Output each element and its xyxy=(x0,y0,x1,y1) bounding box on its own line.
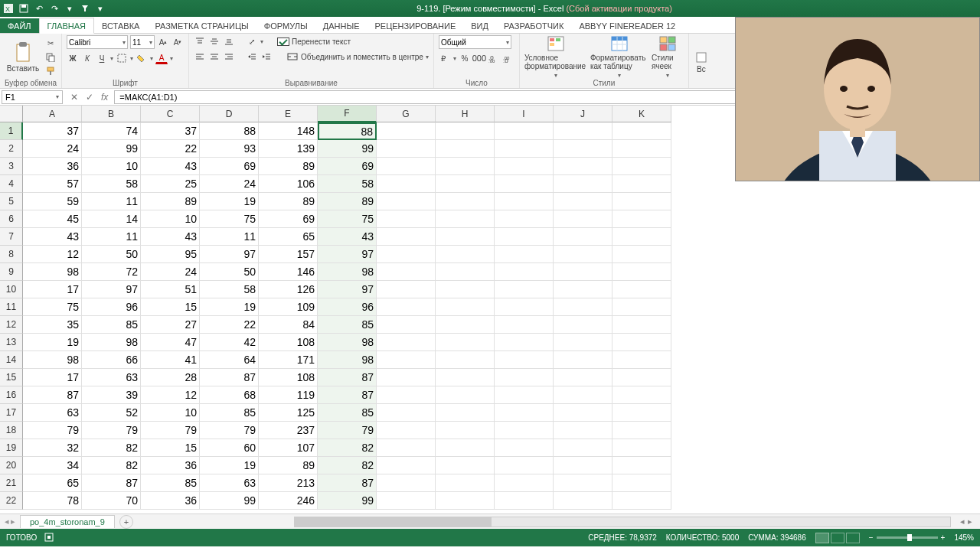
row-header[interactable]: 10 xyxy=(0,281,23,298)
cell[interactable] xyxy=(612,158,671,175)
name-box[interactable]: F1▾ xyxy=(2,90,63,104)
cell[interactable] xyxy=(612,210,671,228)
cell[interactable] xyxy=(554,210,612,228)
merge-icon[interactable] xyxy=(286,51,299,63)
column-header[interactable]: E xyxy=(259,106,318,122)
cell[interactable]: 109 xyxy=(259,298,318,316)
cell[interactable] xyxy=(495,474,554,492)
cell[interactable]: 87 xyxy=(318,386,377,404)
cell[interactable]: 10 xyxy=(82,158,141,175)
tab-page-layout[interactable]: РАЗМЕТКА СТРАНИЦЫ xyxy=(147,18,256,33)
cell[interactable] xyxy=(554,474,612,492)
cell[interactable]: 85 xyxy=(82,316,141,334)
cell[interactable] xyxy=(436,386,495,404)
cell[interactable] xyxy=(612,298,671,316)
cell[interactable] xyxy=(436,457,495,474)
cell[interactable]: 98 xyxy=(23,263,82,281)
cell[interactable]: 22 xyxy=(141,140,200,158)
cell[interactable]: 69 xyxy=(318,158,377,175)
tab-review[interactable]: РЕЦЕНЗИРОВАНИЕ xyxy=(367,18,463,33)
cell[interactable]: 58 xyxy=(318,175,377,193)
row-header[interactable]: 22 xyxy=(0,492,23,510)
cell[interactable]: 106 xyxy=(259,175,318,193)
cell[interactable] xyxy=(554,316,612,334)
row-header[interactable]: 9 xyxy=(0,263,23,281)
cell[interactable] xyxy=(495,246,554,263)
cell[interactable]: 89 xyxy=(259,193,318,210)
cell[interactable]: 95 xyxy=(141,246,200,263)
cell[interactable] xyxy=(554,158,612,175)
cell[interactable]: 98 xyxy=(318,351,377,369)
cell[interactable]: 157 xyxy=(259,246,318,263)
add-sheet-button[interactable]: + xyxy=(119,515,133,529)
cell[interactable]: 82 xyxy=(82,457,141,474)
cell[interactable] xyxy=(495,404,554,422)
cell[interactable]: 65 xyxy=(259,228,318,246)
cell[interactable] xyxy=(436,439,495,457)
cell[interactable]: 39 xyxy=(82,386,141,404)
cell[interactable]: 43 xyxy=(23,228,82,246)
sheet-nav-next-icon[interactable]: ▸ xyxy=(11,517,15,527)
cell[interactable]: 89 xyxy=(259,457,318,474)
cell[interactable]: 82 xyxy=(318,457,377,474)
cell[interactable]: 85 xyxy=(318,316,377,334)
tab-formulas[interactable]: ФОРМУЛЫ xyxy=(256,18,315,33)
cell[interactable] xyxy=(554,422,612,439)
cell[interactable]: 17 xyxy=(23,281,82,298)
row-header[interactable]: 11 xyxy=(0,298,23,316)
bold-button[interactable]: Ж xyxy=(67,52,79,64)
cell[interactable] xyxy=(377,281,436,298)
cell[interactable] xyxy=(554,175,612,193)
filter-icon[interactable] xyxy=(80,3,90,14)
cell[interactable]: 65 xyxy=(23,474,82,492)
cell[interactable] xyxy=(612,263,671,281)
inc-decimal-icon[interactable]: ,0,00 xyxy=(488,52,500,64)
cell[interactable] xyxy=(495,351,554,369)
cell[interactable]: 97 xyxy=(318,246,377,263)
cell[interactable] xyxy=(436,193,495,210)
cancel-formula-icon[interactable]: ✕ xyxy=(70,92,78,103)
cell[interactable]: 79 xyxy=(200,422,259,439)
cell[interactable] xyxy=(612,492,671,510)
align-middle-icon[interactable] xyxy=(208,35,220,47)
wrap-text-button[interactable]: Перенести текст xyxy=(292,37,351,46)
cell[interactable]: 11 xyxy=(82,228,141,246)
dec-indent-icon[interactable] xyxy=(246,51,258,63)
cell[interactable]: 126 xyxy=(259,281,318,298)
cell[interactable]: 66 xyxy=(82,351,141,369)
cell[interactable]: 12 xyxy=(141,386,200,404)
cell[interactable]: 52 xyxy=(82,404,141,422)
cell[interactable] xyxy=(377,298,436,316)
cell[interactable]: 108 xyxy=(259,369,318,386)
cell[interactable] xyxy=(495,422,554,439)
row-header[interactable]: 4 xyxy=(0,175,23,193)
cell[interactable]: 11 xyxy=(82,193,141,210)
scroll-left-icon[interactable]: ◂ xyxy=(960,517,965,527)
cell[interactable]: 93 xyxy=(200,140,259,158)
row-header[interactable]: 21 xyxy=(0,474,23,492)
column-header[interactable]: J xyxy=(554,106,612,122)
cell[interactable]: 58 xyxy=(200,281,259,298)
cell[interactable] xyxy=(377,334,436,351)
cell[interactable] xyxy=(436,492,495,510)
cell[interactable]: 87 xyxy=(318,474,377,492)
cell[interactable]: 246 xyxy=(259,492,318,510)
cell[interactable] xyxy=(495,281,554,298)
cell[interactable] xyxy=(436,298,495,316)
cell[interactable]: 22 xyxy=(200,316,259,334)
cell[interactable]: 107 xyxy=(259,439,318,457)
cell[interactable] xyxy=(554,404,612,422)
tab-data[interactable]: ДАННЫЕ xyxy=(315,18,368,33)
cell[interactable]: 57 xyxy=(23,175,82,193)
tab-developer[interactable]: РАЗРАБОТЧИК xyxy=(496,18,571,33)
cell[interactable]: 78 xyxy=(23,492,82,510)
dec-decimal-icon[interactable]: ,00,0 xyxy=(502,52,514,64)
cell[interactable]: 97 xyxy=(82,281,141,298)
cell[interactable] xyxy=(495,334,554,351)
cell[interactable]: 99 xyxy=(82,140,141,158)
row-header[interactable]: 6 xyxy=(0,210,23,228)
cell[interactable] xyxy=(495,158,554,175)
cell[interactable] xyxy=(495,369,554,386)
cell[interactable]: 99 xyxy=(200,492,259,510)
cell[interactable]: 68 xyxy=(200,386,259,404)
